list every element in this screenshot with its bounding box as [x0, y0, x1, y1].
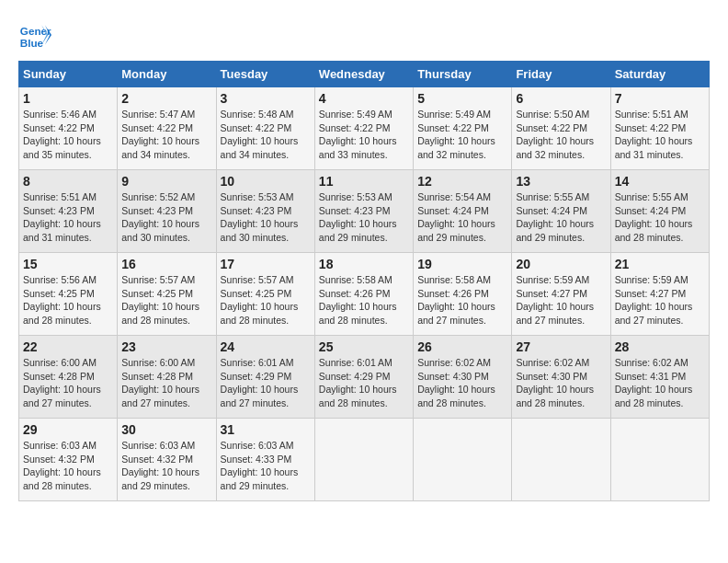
- day-details: Sunrise: 5:48 AMSunset: 4:22 PMDaylight:…: [221, 108, 311, 162]
- calendar-day-12: 12 Sunrise: 5:54 AMSunset: 4:24 PMDaylig…: [414, 170, 512, 253]
- day-number: 22: [23, 339, 113, 354]
- day-number: 24: [221, 339, 311, 354]
- calendar-day-5: 5 Sunrise: 5:49 AMSunset: 4:22 PMDayligh…: [414, 87, 512, 170]
- calendar-week-row: 29 Sunrise: 6:03 AMSunset: 4:32 PMDaylig…: [19, 419, 710, 501]
- header-friday: Friday: [512, 62, 610, 87]
- day-number: 29: [23, 422, 113, 437]
- day-details: Sunrise: 5:49 AMSunset: 4:22 PMDaylight:…: [319, 108, 409, 162]
- header-saturday: Saturday: [610, 62, 709, 87]
- header-tuesday: Tuesday: [216, 62, 314, 87]
- calendar-day-9: 9 Sunrise: 5:52 AMSunset: 4:23 PMDayligh…: [118, 170, 216, 253]
- calendar-day-26: 26 Sunrise: 6:02 AMSunset: 4:30 PMDaylig…: [414, 336, 512, 419]
- day-number: 17: [221, 257, 311, 271]
- day-details: Sunrise: 5:59 AMSunset: 4:27 PMDaylight:…: [615, 273, 705, 327]
- calendar-week-row: 8 Sunrise: 5:51 AMSunset: 4:23 PMDayligh…: [19, 170, 710, 253]
- day-number: 5: [417, 91, 507, 106]
- day-number: 20: [516, 257, 606, 271]
- day-number: 18: [319, 257, 409, 271]
- calendar-day-1: 1 Sunrise: 5:46 AMSunset: 4:22 PMDayligh…: [19, 87, 118, 170]
- day-number: 30: [121, 422, 211, 437]
- calendar-day-6: 6 Sunrise: 5:50 AMSunset: 4:22 PMDayligh…: [512, 87, 610, 170]
- day-details: Sunrise: 5:55 AMSunset: 4:24 PMDaylight:…: [516, 190, 606, 245]
- day-details: Sunrise: 6:02 AMSunset: 4:30 PMDaylight:…: [516, 356, 606, 410]
- day-number: 10: [221, 174, 311, 189]
- day-details: Sunrise: 5:50 AMSunset: 4:22 PMDaylight:…: [516, 108, 606, 162]
- header-wednesday: Wednesday: [314, 62, 413, 87]
- day-details: Sunrise: 5:54 AMSunset: 4:24 PMDaylight:…: [417, 190, 507, 245]
- day-number: 2: [121, 91, 211, 106]
- calendar-day-30: 30 Sunrise: 6:03 AMSunset: 4:32 PMDaylig…: [118, 419, 216, 501]
- calendar-day-25: 25 Sunrise: 6:01 AMSunset: 4:29 PMDaylig…: [314, 336, 413, 419]
- calendar-day-15: 15 Sunrise: 5:56 AMSunset: 4:25 PMDaylig…: [19, 253, 118, 336]
- day-details: Sunrise: 6:00 AMSunset: 4:28 PMDaylight:…: [23, 356, 113, 410]
- day-details: Sunrise: 6:03 AMSunset: 4:33 PMDaylight:…: [221, 439, 311, 493]
- calendar-day-19: 19 Sunrise: 5:58 AMSunset: 4:26 PMDaylig…: [414, 253, 512, 336]
- calendar-day-4: 4 Sunrise: 5:49 AMSunset: 4:22 PMDayligh…: [314, 87, 413, 170]
- calendar-day-28: 28 Sunrise: 6:02 AMSunset: 4:31 PMDaylig…: [610, 336, 709, 419]
- calendar-day-14: 14 Sunrise: 5:55 AMSunset: 4:24 PMDaylig…: [610, 170, 709, 253]
- calendar-empty-cell: [414, 419, 512, 501]
- day-details: Sunrise: 6:03 AMSunset: 4:32 PMDaylight:…: [121, 439, 211, 493]
- day-number: 9: [121, 174, 211, 189]
- day-number: 28: [615, 339, 705, 354]
- day-details: Sunrise: 5:57 AMSunset: 4:25 PMDaylight:…: [121, 273, 211, 327]
- calendar-table: SundayMondayTuesdayWednesdayThursdayFrid…: [18, 61, 710, 501]
- calendar-day-11: 11 Sunrise: 5:53 AMSunset: 4:23 PMDaylig…: [314, 170, 413, 253]
- day-number: 15: [23, 257, 113, 271]
- day-number: 7: [615, 91, 705, 106]
- day-details: Sunrise: 5:55 AMSunset: 4:24 PMDaylight:…: [615, 190, 705, 245]
- page-header: General Blue: [18, 18, 710, 52]
- day-number: 3: [221, 91, 311, 106]
- day-details: Sunrise: 5:53 AMSunset: 4:23 PMDaylight:…: [319, 190, 409, 245]
- day-number: 8: [23, 174, 113, 189]
- calendar-day-2: 2 Sunrise: 5:47 AMSunset: 4:22 PMDayligh…: [118, 87, 216, 170]
- day-details: Sunrise: 5:58 AMSunset: 4:26 PMDaylight:…: [319, 273, 409, 327]
- day-details: Sunrise: 6:00 AMSunset: 4:28 PMDaylight:…: [121, 356, 211, 410]
- day-number: 31: [221, 422, 311, 437]
- day-details: Sunrise: 5:52 AMSunset: 4:23 PMDaylight:…: [121, 190, 211, 245]
- svg-text:Blue: Blue: [20, 37, 44, 49]
- day-number: 14: [615, 174, 705, 189]
- day-number: 26: [417, 339, 507, 354]
- calendar-empty-cell: [512, 419, 610, 501]
- day-number: 21: [615, 257, 705, 271]
- calendar-empty-cell: [314, 419, 413, 501]
- calendar-day-13: 13 Sunrise: 5:55 AMSunset: 4:24 PMDaylig…: [512, 170, 610, 253]
- day-details: Sunrise: 5:53 AMSunset: 4:23 PMDaylight:…: [221, 190, 311, 245]
- calendar-day-16: 16 Sunrise: 5:57 AMSunset: 4:25 PMDaylig…: [118, 253, 216, 336]
- day-details: Sunrise: 5:49 AMSunset: 4:22 PMDaylight:…: [417, 108, 507, 162]
- day-details: Sunrise: 6:03 AMSunset: 4:32 PMDaylight:…: [23, 439, 113, 493]
- header-monday: Monday: [118, 62, 216, 87]
- logo-icon: General Blue: [18, 18, 51, 52]
- calendar-week-row: 22 Sunrise: 6:00 AMSunset: 4:28 PMDaylig…: [19, 336, 710, 419]
- calendar-day-27: 27 Sunrise: 6:02 AMSunset: 4:30 PMDaylig…: [512, 336, 610, 419]
- calendar-day-29: 29 Sunrise: 6:03 AMSunset: 4:32 PMDaylig…: [19, 419, 118, 501]
- day-number: 25: [319, 339, 409, 354]
- day-details: Sunrise: 5:51 AMSunset: 4:23 PMDaylight:…: [23, 190, 113, 245]
- calendar-day-21: 21 Sunrise: 5:59 AMSunset: 4:27 PMDaylig…: [610, 253, 709, 336]
- day-details: Sunrise: 5:47 AMSunset: 4:22 PMDaylight:…: [121, 108, 211, 162]
- calendar-day-20: 20 Sunrise: 5:59 AMSunset: 4:27 PMDaylig…: [512, 253, 610, 336]
- day-details: Sunrise: 5:56 AMSunset: 4:25 PMDaylight:…: [23, 273, 113, 327]
- day-details: Sunrise: 6:01 AMSunset: 4:29 PMDaylight:…: [221, 356, 311, 410]
- calendar-week-row: 15 Sunrise: 5:56 AMSunset: 4:25 PMDaylig…: [19, 253, 710, 336]
- day-details: Sunrise: 5:51 AMSunset: 4:22 PMDaylight:…: [615, 108, 705, 162]
- day-number: 13: [516, 174, 606, 189]
- day-details: Sunrise: 6:02 AMSunset: 4:30 PMDaylight:…: [417, 356, 507, 410]
- day-details: Sunrise: 5:59 AMSunset: 4:27 PMDaylight:…: [516, 273, 606, 327]
- calendar-day-24: 24 Sunrise: 6:01 AMSunset: 4:29 PMDaylig…: [216, 336, 314, 419]
- header-thursday: Thursday: [414, 62, 512, 87]
- calendar-day-17: 17 Sunrise: 5:57 AMSunset: 4:25 PMDaylig…: [216, 253, 314, 336]
- day-details: Sunrise: 6:01 AMSunset: 4:29 PMDaylight:…: [319, 356, 409, 410]
- calendar-day-8: 8 Sunrise: 5:51 AMSunset: 4:23 PMDayligh…: [19, 170, 118, 253]
- day-details: Sunrise: 5:46 AMSunset: 4:22 PMDaylight:…: [23, 108, 113, 162]
- day-number: 16: [121, 257, 211, 271]
- day-details: Sunrise: 5:58 AMSunset: 4:26 PMDaylight:…: [417, 273, 507, 327]
- day-number: 27: [516, 339, 606, 354]
- day-number: 19: [417, 257, 507, 271]
- day-number: 23: [121, 339, 211, 354]
- day-details: Sunrise: 5:57 AMSunset: 4:25 PMDaylight:…: [221, 273, 311, 327]
- logo: General Blue: [18, 18, 51, 52]
- calendar-day-3: 3 Sunrise: 5:48 AMSunset: 4:22 PMDayligh…: [216, 87, 314, 170]
- calendar-day-22: 22 Sunrise: 6:00 AMSunset: 4:28 PMDaylig…: [19, 336, 118, 419]
